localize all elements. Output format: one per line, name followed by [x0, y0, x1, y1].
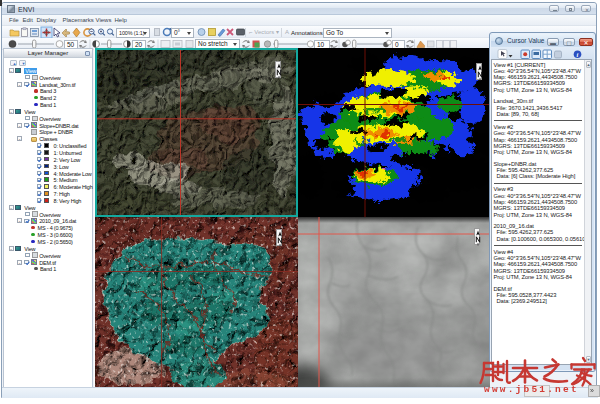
svg-text:i: i [577, 51, 579, 58]
